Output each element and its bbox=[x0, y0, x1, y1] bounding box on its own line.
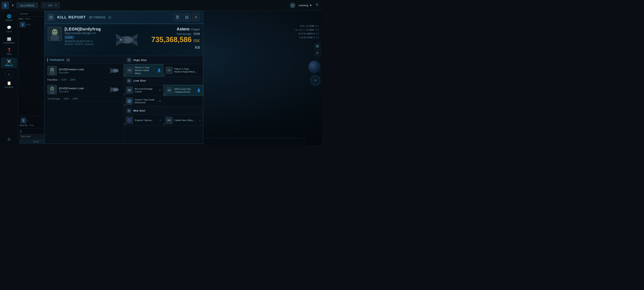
sidebar-item-help[interactable]: ❓ Help bbox=[1, 46, 17, 57]
add-channel-icon[interactable]: + bbox=[27, 119, 28, 122]
top-damage-label: Top Damage bbox=[47, 98, 60, 100]
participant-2-info: [GIVE]Freedom Load Succubus bbox=[59, 87, 107, 93]
mid-slot-title: Mid Slot bbox=[134, 109, 145, 112]
svg-marker-28 bbox=[116, 34, 124, 40]
svg-point-75 bbox=[128, 110, 130, 111]
low-slot-item-3: Coreli C-Type SmallAfterburner 1 ✕ bbox=[124, 96, 164, 107]
compass-icon bbox=[290, 3, 296, 8]
drex-avatar: 👤 bbox=[20, 118, 26, 123]
overview-entry-vuac: 0.15 AU VUAC-Y -0.3 bbox=[298, 36, 320, 39]
svg-point-38 bbox=[51, 69, 52, 70]
settings-gear-icon[interactable]: ⚙ bbox=[7, 137, 11, 142]
modal-header: KILL REPORT [ID:7396623] ⊞ ✕ bbox=[44, 11, 203, 24]
high-slot-header: High Slot bbox=[124, 56, 203, 64]
modal-content-area: Participants [1] [GIVE]Freedom Lo bbox=[44, 56, 203, 144]
ship-svg bbox=[109, 28, 145, 52]
participant-2-percent: 100% bbox=[72, 98, 78, 100]
tab-close-icon[interactable]: ✕ bbox=[54, 4, 57, 7]
right-action-buttons: 2.83 AU F-UVBV -0.2 4 19.39 AU G-YZUX -0… bbox=[293, 11, 322, 87]
export-button[interactable] bbox=[183, 14, 190, 21]
sidebar-add-button[interactable]: + bbox=[5, 71, 13, 79]
sidebar-item-corporation[interactable]: 🏢 Corporation bbox=[1, 35, 17, 46]
close-modal-button[interactable]: ✕ bbox=[192, 14, 200, 21]
total-damage-value: 5159 bbox=[194, 32, 200, 36]
sidebar-item-system[interactable]: 🌐 System bbox=[1, 13, 17, 23]
participant-2-ship: Succubus bbox=[59, 90, 107, 93]
participant-2-name: [GIVE]Freedom Load bbox=[59, 87, 107, 90]
participants-bar bbox=[47, 58, 48, 62]
modal-title: KILL REPORT bbox=[57, 15, 86, 20]
victim-section: [LEGN]Durdyfrog Warp Scramble Strength: … bbox=[44, 24, 203, 56]
high-slot-icon bbox=[126, 58, 132, 63]
svg-point-25 bbox=[53, 31, 54, 32]
kill-report-modal: KILL REPORT [ID:7396623] ⊞ ✕ bbox=[44, 11, 203, 144]
ship-class: Astero Frigate bbox=[151, 27, 200, 32]
mid-slot-item-1-name: 'Explorer' Narrow... bbox=[135, 119, 153, 122]
isk-value-row: 735,368,586 ISK bbox=[151, 36, 200, 44]
low-slot-item-1-count: 1 bbox=[124, 93, 125, 95]
kill-badge-text: Kill:0 bbox=[26, 24, 30, 26]
participant-2-damage: 5159 bbox=[64, 98, 68, 100]
svg-point-52 bbox=[114, 88, 118, 91]
participant-1-ship-img bbox=[109, 67, 121, 75]
ship-type: Frigate bbox=[191, 28, 200, 31]
svg-point-26 bbox=[56, 31, 56, 32]
copy-id-icon[interactable]: ⊞ bbox=[108, 16, 111, 19]
high-slot-item-1-count: 1 bbox=[124, 74, 126, 76]
svg-point-62 bbox=[128, 80, 130, 81]
svg-point-74 bbox=[129, 101, 130, 102]
mid-slot-item-2-icon bbox=[166, 117, 173, 124]
mid-slot-item-1: 'Explorer' Narrow... 1 ∨ bbox=[124, 115, 164, 126]
sidebar-item-alliance[interactable]: ⚔️ Alliance bbox=[1, 58, 17, 68]
participant-2-stats: Top Damage | 5159 | 100% bbox=[44, 97, 124, 102]
clipboard-button[interactable] bbox=[174, 14, 181, 21]
participant-row-1: [GIVE]Freedom Load Succubus bbox=[44, 64, 124, 78]
svg-rect-15 bbox=[176, 16, 178, 19]
low-slot-item-3-x-icon: ✕ bbox=[159, 100, 161, 103]
participants-label: Participants bbox=[50, 58, 64, 61]
sidebar-item-local[interactable]: 💬 Local bbox=[1, 24, 17, 34]
ship-name: Astero bbox=[177, 27, 190, 32]
map-btn-2[interactable] bbox=[314, 50, 320, 56]
overview-entry-fuvbv: 2.83 AU F-UVBV -0.2 bbox=[298, 25, 320, 28]
player-count: 6 bbox=[12, 4, 14, 7]
mid-slot-item-2: Caldari Navy Warp... 1 ∨ bbox=[164, 115, 203, 126]
mid-slot-section: Mid Slot 'Explorer' Narrow... bbox=[124, 107, 203, 126]
high-slot-item-1-name: Pithum C-TypeMedium Rapid Missil... bbox=[135, 66, 156, 75]
add-target-button[interactable]: + bbox=[310, 75, 320, 85]
participant-1-damage: 5159 bbox=[62, 79, 66, 81]
svg-point-32 bbox=[125, 38, 132, 42]
svg-point-47 bbox=[51, 88, 52, 89]
participant-1-name: [GIVE]Freedom Load bbox=[59, 68, 107, 71]
low-slot-item-2-icon bbox=[166, 87, 173, 94]
participants-header: Participants [1] bbox=[44, 56, 124, 64]
participant-1-avatar bbox=[47, 66, 57, 76]
high-slot-item-1-person-icon: 👤 bbox=[157, 69, 161, 72]
svg-rect-64 bbox=[128, 89, 131, 91]
top-bar-left: 👤 6 ALLIANCE □ 148 ✕ bbox=[0, 2, 60, 9]
tab-148[interactable]: □ 148 ✕ bbox=[41, 2, 60, 9]
player-icon: 👤 bbox=[2, 2, 9, 9]
svg-point-70 bbox=[169, 89, 170, 90]
mid-slot-item-1-chevron: ∨ bbox=[160, 119, 161, 122]
modal-menu-button[interactable] bbox=[48, 14, 54, 21]
low-slot-item-1-x-icon: ✕ bbox=[159, 89, 161, 92]
mid-slot-items: 'Explorer' Narrow... 1 ∨ Caldari Na bbox=[124, 115, 203, 126]
filter-icon[interactable] bbox=[315, 3, 319, 8]
planet-visual bbox=[308, 61, 320, 73]
svg-rect-8 bbox=[316, 45, 317, 46]
svg-rect-9 bbox=[318, 45, 318, 46]
sidebar-item-contacts[interactable]: 📋 Contacts bbox=[1, 79, 17, 90]
high-slot-item-2-name: Pithum C-TypeMedium Rapid Missil... bbox=[174, 68, 196, 73]
map-btn-1[interactable] bbox=[314, 43, 320, 49]
low-slot-section: Low Slot All-round DamageControl bbox=[124, 77, 203, 107]
roaming-badge[interactable]: roaming ▼ bbox=[299, 4, 312, 7]
participants-count: [1] bbox=[66, 58, 70, 61]
top-bar: 👤 6 ALLIANCE □ 148 ✕ roaming ▼ bbox=[0, 0, 322, 11]
high-slot-item-1-icon bbox=[126, 67, 133, 74]
alliance-tab[interactable]: ALLIANCE bbox=[17, 3, 38, 8]
participant-row-2: [GIVE]Freedom Load Succubus bbox=[44, 83, 124, 97]
mid-slot-item-2-count: 1 bbox=[164, 123, 165, 125]
mid-slot-icon bbox=[126, 108, 132, 113]
high-slot-title: High Slot bbox=[134, 59, 147, 62]
